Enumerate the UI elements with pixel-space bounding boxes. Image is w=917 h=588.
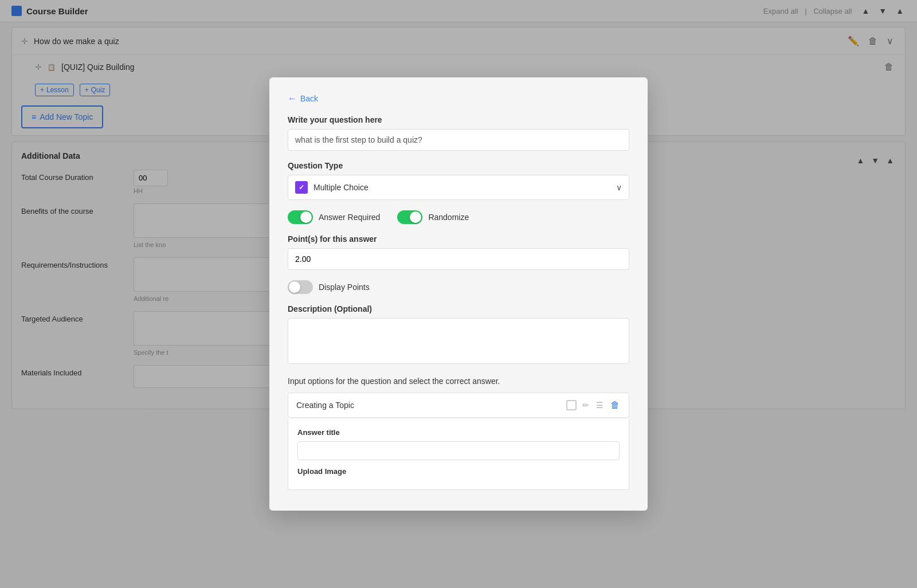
display-points-toggle[interactable] — [288, 280, 313, 294]
toggle-knob — [300, 211, 312, 223]
toggle-knob-3 — [289, 281, 300, 293]
multiple-choice-icon: ✓ — [295, 181, 308, 194]
input-options-label: Input options for the question and selec… — [288, 377, 629, 386]
toggles-row: Answer Required Randomize — [288, 210, 629, 224]
upload-image-label: Upload Image — [297, 467, 620, 476]
answer-delete-button[interactable]: 🗑 — [609, 399, 621, 411]
description-label: Description (Optional) — [288, 304, 629, 313]
question-type-select[interactable]: ✓ Multiple Choice ∨ — [288, 175, 629, 200]
question-modal: ← Back Write your question here Question… — [269, 77, 648, 511]
answer-option-row: Creating a Topic ✏ ☰ 🗑 — [288, 393, 629, 418]
answer-option-text: Creating a Topic — [296, 401, 562, 410]
question-field-label: Write your question here — [288, 115, 629, 124]
expanded-answer-section: Answer title Upload Image — [288, 419, 629, 490]
answer-title-input[interactable] — [297, 441, 620, 460]
points-input[interactable] — [288, 248, 629, 270]
answer-required-label: Answer Required — [319, 213, 380, 222]
randomize-label: Randomize — [428, 213, 469, 222]
randomize-toggle-item: Randomize — [397, 210, 469, 224]
display-points-label: Display Points — [319, 283, 370, 292]
display-points-row: Display Points — [288, 280, 629, 294]
answer-icons: ✏ ☰ 🗑 — [566, 399, 621, 411]
randomize-toggle[interactable] — [397, 210, 422, 224]
back-link[interactable]: ← Back — [288, 93, 318, 104]
points-label: Point(s) for this answer — [288, 234, 629, 244]
description-textarea[interactable] — [288, 318, 629, 364]
answer-required-toggle-item: Answer Required — [288, 210, 380, 224]
question-type-label: Question Type — [288, 161, 629, 170]
toggle-knob-2 — [410, 211, 421, 223]
answer-list-button[interactable]: ☰ — [595, 399, 605, 411]
back-label: Back — [300, 94, 318, 103]
question-input[interactable] — [288, 129, 629, 151]
chevron-down-icon: ∨ — [616, 183, 622, 192]
answer-required-toggle[interactable] — [288, 210, 313, 224]
answer-title-label: Answer title — [297, 428, 620, 437]
answer-edit-button[interactable]: ✏ — [581, 399, 590, 411]
answer-checkbox[interactable] — [566, 400, 577, 410]
back-arrow-icon: ← — [288, 93, 297, 104]
question-type-value: Multiple Choice — [313, 183, 610, 192]
